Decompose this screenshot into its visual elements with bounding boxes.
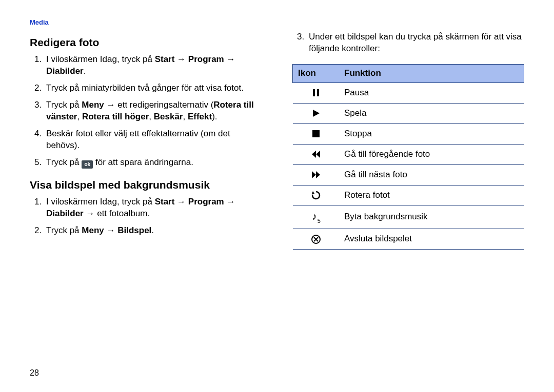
svg-marker-2 — [313, 110, 320, 117]
manual-page: Media Redigera foto I viloskärmen Idag, … — [0, 0, 554, 392]
fast-forward-icon — [293, 164, 340, 185]
arrow: → — [224, 54, 235, 64]
text: . — [151, 225, 154, 235]
rotate-icon — [293, 185, 340, 205]
function-label: Gå till nästa foto — [339, 164, 524, 185]
bold-text: Diabilder — [46, 209, 84, 218]
function-label: Rotera fotot — [339, 185, 524, 205]
svg-marker-7 — [316, 171, 320, 178]
svg-marker-8 — [312, 191, 314, 194]
text: I viloskärmen Idag, tryck på — [46, 54, 155, 64]
table-row: Gå till nästa foto — [293, 164, 524, 185]
step-item: Tryck på Meny → ett redigeringsalternati… — [44, 99, 262, 123]
controls-table: Ikon Funktion PausaSpelaStoppaGå till fö… — [292, 64, 524, 250]
function-label: Pausa — [339, 82, 524, 103]
text: Tryck på — [46, 225, 82, 235]
table-row: Spela — [293, 103, 524, 123]
text: Tryck på — [46, 157, 82, 167]
text: , — [77, 112, 82, 121]
table-row: ♪5Byta bakgrundsmusik — [293, 205, 524, 229]
close-icon — [293, 229, 340, 250]
svg-rect-3 — [312, 130, 320, 137]
table-row: Stoppa — [293, 123, 524, 144]
step-item: Under ett bildspel kan du trycka på skär… — [307, 31, 524, 55]
rewind-icon — [293, 144, 340, 164]
play-icon — [293, 103, 340, 123]
arrow: → — [104, 225, 117, 235]
bold-text: Start — [155, 54, 175, 64]
function-label: Gå till föregående foto — [339, 144, 524, 164]
arrow: → — [224, 197, 235, 207]
bold-text: Program — [188, 54, 224, 64]
step-item: Tryck på ok för att spara ändringarna. — [44, 157, 262, 169]
text: . — [84, 66, 86, 76]
bold-text: Diabilder — [46, 66, 84, 76]
text: för att spara ändringarna. — [93, 157, 193, 167]
left-column: Redigera foto I viloskärmen Idag, tryck … — [30, 31, 262, 250]
bold-text: Start — [155, 197, 175, 207]
text: , — [149, 112, 153, 121]
arrow: → — [174, 197, 188, 207]
svg-marker-5 — [316, 151, 320, 158]
text: → ett fotoalbum. — [84, 209, 150, 218]
svg-rect-0 — [313, 89, 315, 96]
function-label: Spela — [339, 103, 524, 123]
bold-text: Program — [188, 197, 224, 207]
arrow: → — [174, 54, 188, 64]
bold-text: Meny — [82, 100, 104, 110]
table-header-row: Ikon Funktion — [293, 64, 524, 82]
table-row: Rotera fotot — [293, 185, 524, 205]
svg-marker-4 — [312, 151, 316, 158]
text: I viloskärmen Idag, tryck på — [46, 197, 155, 207]
svg-rect-1 — [317, 89, 319, 96]
heading-redigera-foto: Redigera foto — [30, 35, 262, 50]
right-column: Under ett bildspel kan du trycka på skär… — [292, 31, 524, 250]
ok-key-icon: ok — [82, 160, 93, 169]
redigera-foto-steps: I viloskärmen Idag, tryck på Start → Pro… — [30, 54, 262, 169]
visa-bildspel-steps: I viloskärmen Idag, tryck på Start → Pro… — [30, 196, 262, 237]
col-header-ikon: Ikon — [293, 64, 340, 82]
page-number: 28 — [30, 368, 39, 378]
text: , — [183, 112, 187, 121]
pause-icon — [293, 82, 340, 103]
two-column-layout: Redigera foto I viloskärmen Idag, tryck … — [30, 31, 524, 250]
bold-text: Beskär — [154, 112, 183, 121]
step-item: Tryck på miniatyrbilden två gånger för a… — [44, 82, 262, 94]
table-row: Pausa — [293, 82, 524, 103]
heading-visa-bildspel: Visa bildspel med bakgrundsmusik — [30, 178, 262, 192]
function-label: Stoppa — [339, 123, 524, 144]
bold-text: Rotera till höger — [82, 112, 149, 121]
music-note-icon: ♪5 — [293, 205, 340, 229]
bildspel-continued-steps: Under ett bildspel kan du trycka på skär… — [292, 31, 524, 55]
arrow: → — [104, 100, 117, 110]
stop-icon — [293, 123, 340, 144]
section-header: Media — [30, 18, 524, 26]
step-item: Beskär fotot eller välj ett effektaltern… — [44, 128, 262, 152]
bold-text: Effekt — [188, 112, 212, 121]
table-row: Gå till föregående foto — [293, 144, 524, 164]
text: ). — [212, 112, 217, 121]
text: Tryck på — [46, 100, 82, 110]
step-item: I viloskärmen Idag, tryck på Start → Pro… — [44, 196, 262, 220]
bold-text: Meny — [82, 225, 104, 235]
col-header-funktion: Funktion — [339, 64, 524, 82]
table-row: Avsluta bildspelet — [293, 229, 524, 250]
bold-text: Bildspel — [117, 225, 151, 235]
function-label: Avsluta bildspelet — [339, 229, 524, 250]
step-item: I viloskärmen Idag, tryck på Start → Pro… — [44, 54, 262, 77]
step-item: Tryck på Meny → Bildspel. — [44, 225, 262, 237]
text: ett redigeringsalternativ ( — [117, 100, 213, 110]
function-label: Byta bakgrundsmusik — [339, 205, 524, 229]
svg-marker-6 — [312, 171, 316, 178]
